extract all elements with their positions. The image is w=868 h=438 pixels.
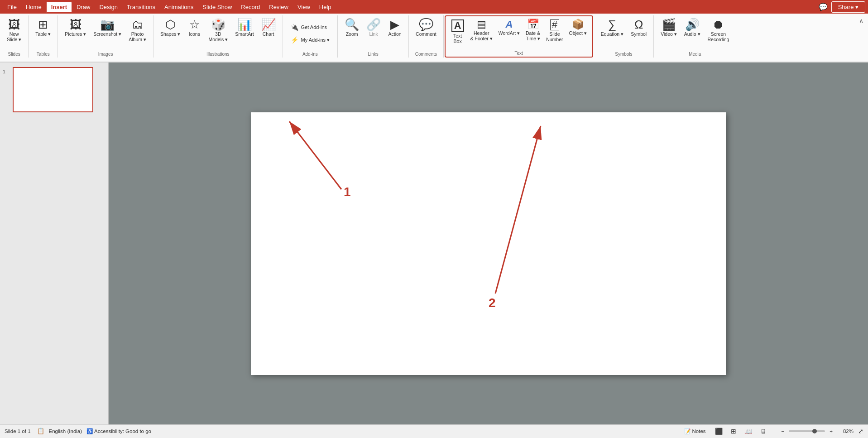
ribbon-group-media: 🎬 Video ▾ 🔊 Audio ▾ ⏺ Screen Recording M… [654,15,736,58]
object-button[interactable]: 📦 Object ▾ [566,17,589,50]
comments-group-label: Comments [415,52,437,57]
images-group-label: Images [98,52,113,57]
date-time-button[interactable]: 📅 Date & Time ▾ [523,17,543,50]
illustrations-group-label: Illustrations [206,52,230,57]
slide-info: Slide 1 of 1 [5,428,31,434]
notes-button[interactable]: 📝 Notes [681,427,709,435]
ribbon-group-text: A Text Box ▤ Header & Footer ▾ A WordArt… [445,15,593,58]
slide-thumbnail-container[interactable]: 1 [3,67,106,112]
icons-button[interactable]: ☆ Icons [184,16,204,51]
menu-home[interactable]: Home [21,2,46,12]
accessibility-info[interactable]: ♿ Accessibility: Good to go [86,428,151,434]
equation-button[interactable]: ∑ Equation ▾ [598,16,627,51]
new-slide-button[interactable]: 🖼 New Slide ▾ [4,16,24,51]
media-group-label: Media [689,52,701,57]
tables-group-label: Tables [37,52,50,57]
shapes-button[interactable]: ⬡ Shapes ▾ [157,16,184,51]
menu-animations[interactable]: Animations [160,2,198,12]
notes-icon: 📝 [684,428,691,434]
normal-view-button[interactable]: ⬛ [713,427,724,436]
screenshot-button[interactable]: 📷 Screenshot ▾ [90,16,125,51]
3d-models-button[interactable]: 🎲 3D Models ▾ [205,16,231,51]
slides-group-label: Slides [8,52,20,57]
svg-line-1 [289,121,341,189]
wordart-button[interactable]: A WordArt ▾ [496,17,523,50]
slide-number-button[interactable]: # Slide Number [543,17,566,50]
menu-view[interactable]: View [293,2,315,12]
pictures-button[interactable]: 🖼 Pictures ▾ [62,16,89,51]
symbols-group-label: Symbols [615,52,632,57]
addins-group-label: Add-ins [302,52,318,57]
slide-sorter-button[interactable]: ⊞ [729,427,738,436]
links-group-label: Links [368,52,378,57]
menu-slideshow[interactable]: Slide Show [198,2,236,12]
menu-transitions[interactable]: Transitions [122,2,160,12]
zoom-out-button[interactable]: − [782,428,785,434]
status-bar: Slide 1 of 1 📋 English (India) ♿ Accessi… [0,424,868,437]
comment-button[interactable]: 💬 Comment [412,16,440,51]
menu-help[interactable]: Help [315,2,336,12]
slide-number: 1 [3,67,10,74]
ribbon-group-symbols: ∑ Equation ▾ Ω Symbol Symbols [594,15,654,58]
annotation-layer: 1 2 [251,112,726,375]
ribbon-group-tables: ⊞ Table ▾ Tables [29,15,58,58]
ribbon-group-comments: 💬 Comment Comments [409,15,444,58]
fit-slide-button[interactable]: ⤢ [858,428,863,435]
accessibility-icon: ♿ [86,428,93,434]
photo-album-button[interactable]: 🗂 Photo Album ▾ [125,16,149,51]
chart-button[interactable]: 📈 Chart [258,16,279,51]
symbol-button[interactable]: Ω Symbol [628,16,650,51]
menu-insert[interactable]: Insert [46,1,72,13]
menu-file[interactable]: File [3,2,21,12]
separator [775,428,775,435]
zoom-thumb[interactable] [812,429,817,433]
slide-thumbnail[interactable] [13,67,93,112]
header-footer-button[interactable]: ▤ Header & Footer ▾ [468,17,495,50]
svg-text:2: 2 [489,296,496,310]
slide-canvas[interactable]: 1 2 [251,112,726,375]
reading-view-button[interactable]: 📖 [743,427,754,436]
video-button[interactable]: 🎬 Video ▾ [657,16,680,51]
zoom-button[interactable]: 🔍 Zoom [341,16,362,51]
ribbon-group-illustrations: ⬡ Shapes ▾ ☆ Icons 🎲 3D Models ▾ 📊 Smart… [153,15,283,58]
svg-line-3 [495,126,541,294]
zoom-slider[interactable] [789,430,825,432]
smartart-button[interactable]: 📊 SmartArt [232,16,257,51]
canvas-area: 1 2 [109,63,868,424]
my-addins-button[interactable]: ⚡ My Add-ins ▾ [287,34,334,46]
menu-design[interactable]: Design [95,2,122,12]
ribbon-group-links: 🔍 Zoom 🔗 Link ▶ Action Links [338,15,409,58]
action-button[interactable]: ▶ Action [385,16,405,51]
slide-icon[interactable]: 📋 [37,428,44,434]
zoom-in-button[interactable]: + [830,428,833,434]
screen-recording-button[interactable]: ⏺ Screen Recording [705,16,733,51]
link-button[interactable]: 🔗 Link [363,16,384,51]
audio-button[interactable]: 🔊 Audio ▾ [681,16,704,51]
chat-icon[interactable]: 💬 [819,3,828,11]
get-addins-button[interactable]: 🔌 Get Add-ins [287,21,334,33]
language-info[interactable]: English (India) [49,428,82,434]
text-group-label: Text [515,51,523,56]
menu-draw[interactable]: Draw [72,2,95,12]
table-button[interactable]: ⊞ Table ▾ [32,16,54,51]
zoom-level[interactable]: 82% [837,428,854,434]
text-box-button[interactable]: A Text Box [448,17,467,50]
slide-panel: 1 [0,63,109,424]
ribbon-collapse-button[interactable]: ∧ [856,15,866,26]
ribbon-group-slides: 🖼 New Slide ▾ Slides [2,15,29,58]
menu-review[interactable]: Review [264,2,293,12]
menu-record[interactable]: Record [236,2,264,12]
share-button[interactable]: Share ▾ [831,1,865,13]
presenter-view-button[interactable]: 🖥 [758,427,768,436]
ribbon-group-addins: 🔌 Get Add-ins ⚡ My Add-ins ▾ Add-ins [283,15,338,58]
ribbon: 🖼 New Slide ▾ Slides ⊞ Table ▾ Tables 🖼 [0,14,868,63]
ribbon-group-images: 🖼 Pictures ▾ 📷 Screenshot ▾ 🗂 Photo Albu… [58,15,153,58]
svg-text:1: 1 [344,185,351,199]
